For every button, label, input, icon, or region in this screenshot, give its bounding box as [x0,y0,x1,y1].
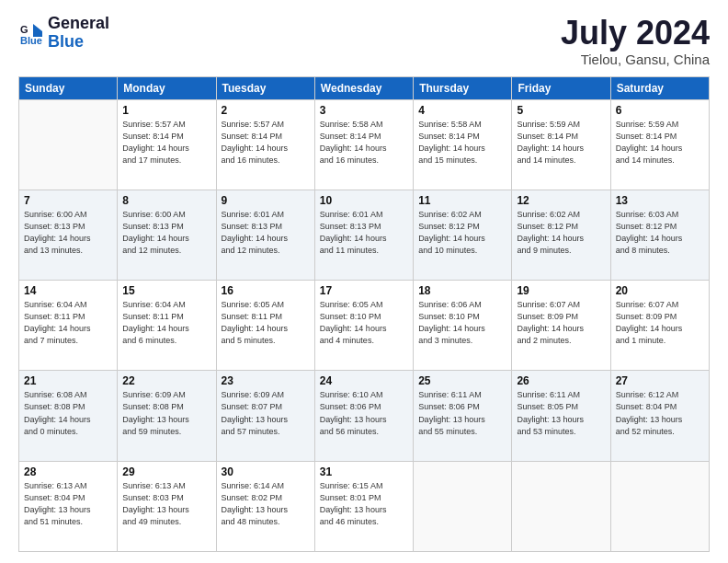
calendar-cell: 25Sunrise: 6:11 AM Sunset: 8:06 PM Dayli… [414,371,512,461]
calendar-cell: 30Sunrise: 6:14 AM Sunset: 8:02 PM Dayli… [216,461,314,551]
calendar-cell: 19Sunrise: 6:07 AM Sunset: 8:09 PM Dayli… [512,281,610,371]
title-block: July 2024 Tielou, Gansu, China [561,15,710,67]
svg-marker-2 [33,24,42,31]
day-info: Sunrise: 6:00 AM Sunset: 8:13 PM Dayligh… [24,209,112,257]
day-number: 29 [122,465,210,478]
day-info: Sunrise: 5:58 AM Sunset: 8:14 PM Dayligh… [418,119,506,167]
calendar-cell [19,99,118,190]
col-header-sunday: Sunday [19,76,118,99]
day-number: 6 [616,104,704,117]
day-number: 5 [517,104,605,117]
day-number: 19 [517,284,605,297]
calendar-cell: 28Sunrise: 6:13 AM Sunset: 8:04 PM Dayli… [19,461,118,551]
day-info: Sunrise: 5:57 AM Sunset: 8:14 PM Dayligh… [222,119,310,167]
col-header-wednesday: Wednesday [314,76,413,99]
calendar-row: 14Sunrise: 6:04 AM Sunset: 8:11 PM Dayli… [19,281,710,371]
logo-text-line1: General [48,15,109,33]
day-number: 24 [320,374,408,387]
day-number: 23 [222,374,310,387]
calendar-cell: 12Sunrise: 6:02 AM Sunset: 8:12 PM Dayli… [512,190,610,280]
day-info: Sunrise: 6:15 AM Sunset: 8:01 PM Dayligh… [320,480,408,528]
calendar-cell: 7Sunrise: 6:00 AM Sunset: 8:13 PM Daylig… [19,190,118,280]
day-number: 18 [418,284,506,297]
day-info: Sunrise: 6:11 AM Sunset: 8:06 PM Dayligh… [418,389,506,437]
calendar-table: SundayMondayTuesdayWednesdayThursdayFrid… [18,76,710,552]
day-number: 2 [222,104,310,117]
day-info: Sunrise: 6:01 AM Sunset: 8:13 PM Dayligh… [222,209,310,257]
calendar-cell: 3Sunrise: 5:58 AM Sunset: 8:14 PM Daylig… [314,99,413,190]
day-info: Sunrise: 6:05 AM Sunset: 8:11 PM Dayligh… [222,299,310,347]
day-number: 10 [320,194,408,207]
calendar-cell: 17Sunrise: 6:05 AM Sunset: 8:10 PM Dayli… [314,281,413,371]
calendar-row: 21Sunrise: 6:08 AM Sunset: 8:08 PM Dayli… [19,371,710,461]
day-number: 11 [418,194,506,207]
col-header-monday: Monday [118,76,216,99]
logo: G Blue General Blue [18,15,109,52]
day-info: Sunrise: 5:58 AM Sunset: 8:14 PM Dayligh… [320,119,408,167]
day-info: Sunrise: 6:02 AM Sunset: 8:12 PM Dayligh… [418,209,506,257]
calendar-cell: 8Sunrise: 6:00 AM Sunset: 8:13 PM Daylig… [118,190,216,280]
day-info: Sunrise: 6:07 AM Sunset: 8:09 PM Dayligh… [616,299,704,347]
day-info: Sunrise: 6:07 AM Sunset: 8:09 PM Dayligh… [517,299,605,347]
day-number: 8 [122,194,210,207]
header: G Blue General Blue July 2024 Tielou, Ga… [18,15,710,67]
day-info: Sunrise: 6:13 AM Sunset: 8:04 PM Dayligh… [24,480,112,528]
day-info: Sunrise: 6:12 AM Sunset: 8:04 PM Dayligh… [616,389,704,437]
calendar-cell: 18Sunrise: 6:06 AM Sunset: 8:10 PM Dayli… [414,281,512,371]
logo-icon: G Blue [18,20,44,46]
calendar-row: 1Sunrise: 5:57 AM Sunset: 8:14 PM Daylig… [19,99,710,190]
day-info: Sunrise: 6:10 AM Sunset: 8:06 PM Dayligh… [320,389,408,437]
day-number: 12 [517,194,605,207]
calendar-cell: 23Sunrise: 6:09 AM Sunset: 8:07 PM Dayli… [216,371,314,461]
col-header-friday: Friday [512,76,610,99]
day-info: Sunrise: 6:09 AM Sunset: 8:07 PM Dayligh… [222,389,310,437]
calendar-cell: 5Sunrise: 5:59 AM Sunset: 8:14 PM Daylig… [512,99,610,190]
day-info: Sunrise: 6:06 AM Sunset: 8:10 PM Dayligh… [418,299,506,347]
calendar-row: 28Sunrise: 6:13 AM Sunset: 8:04 PM Dayli… [19,461,710,551]
calendar-cell: 2Sunrise: 5:57 AM Sunset: 8:14 PM Daylig… [216,99,314,190]
day-info: Sunrise: 5:59 AM Sunset: 8:14 PM Dayligh… [616,119,704,167]
day-number: 21 [24,374,112,387]
day-info: Sunrise: 6:08 AM Sunset: 8:08 PM Dayligh… [24,389,112,437]
calendar-cell: 27Sunrise: 6:12 AM Sunset: 8:04 PM Dayli… [610,371,709,461]
day-number: 20 [616,284,704,297]
day-number: 30 [222,465,310,478]
day-number: 16 [222,284,310,297]
location: Tielou, Gansu, China [561,52,710,67]
day-info: Sunrise: 6:11 AM Sunset: 8:05 PM Dayligh… [517,389,605,437]
day-info: Sunrise: 6:13 AM Sunset: 8:03 PM Dayligh… [122,480,210,528]
day-number: 25 [418,374,506,387]
header-row: SundayMondayTuesdayWednesdayThursdayFrid… [19,76,710,99]
month-title: July 2024 [561,15,710,52]
day-number: 14 [24,284,112,297]
day-number: 7 [24,194,112,207]
calendar-cell [610,461,709,551]
day-info: Sunrise: 6:01 AM Sunset: 8:13 PM Dayligh… [320,209,408,257]
day-info: Sunrise: 6:04 AM Sunset: 8:11 PM Dayligh… [122,299,210,347]
calendar-cell [414,461,512,551]
day-info: Sunrise: 6:09 AM Sunset: 8:08 PM Dayligh… [122,389,210,437]
day-info: Sunrise: 6:00 AM Sunset: 8:13 PM Dayligh… [122,209,210,257]
day-number: 26 [517,374,605,387]
calendar-cell: 22Sunrise: 6:09 AM Sunset: 8:08 PM Dayli… [118,371,216,461]
page: G Blue General Blue July 2024 Tielou, Ga… [0,0,728,563]
col-header-thursday: Thursday [414,76,512,99]
day-info: Sunrise: 5:59 AM Sunset: 8:14 PM Dayligh… [517,119,605,167]
day-number: 17 [320,284,408,297]
calendar-cell: 1Sunrise: 5:57 AM Sunset: 8:14 PM Daylig… [118,99,216,190]
calendar-cell: 16Sunrise: 6:05 AM Sunset: 8:11 PM Dayli… [216,281,314,371]
day-number: 4 [418,104,506,117]
col-header-tuesday: Tuesday [216,76,314,99]
svg-text:G: G [20,24,28,35]
day-info: Sunrise: 6:03 AM Sunset: 8:12 PM Dayligh… [616,209,704,257]
logo-text-line2: Blue [48,33,109,52]
day-info: Sunrise: 6:05 AM Sunset: 8:10 PM Dayligh… [320,299,408,347]
calendar-row: 7Sunrise: 6:00 AM Sunset: 8:13 PM Daylig… [19,190,710,280]
calendar-cell: 6Sunrise: 5:59 AM Sunset: 8:14 PM Daylig… [610,99,709,190]
calendar-cell: 9Sunrise: 6:01 AM Sunset: 8:13 PM Daylig… [216,190,314,280]
day-number: 13 [616,194,704,207]
calendar-cell: 11Sunrise: 6:02 AM Sunset: 8:12 PM Dayli… [414,190,512,280]
day-info: Sunrise: 5:57 AM Sunset: 8:14 PM Dayligh… [122,119,210,167]
calendar-cell: 20Sunrise: 6:07 AM Sunset: 8:09 PM Dayli… [610,281,709,371]
day-number: 22 [122,374,210,387]
